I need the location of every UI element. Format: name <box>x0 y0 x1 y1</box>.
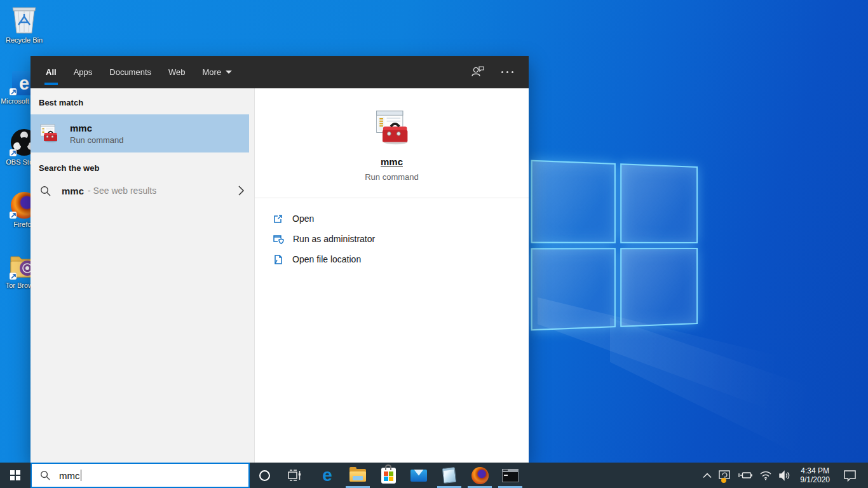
edge-icon: e <box>322 466 332 484</box>
shortcut-arrow-icon <box>10 212 17 219</box>
mmc-icon <box>39 123 59 144</box>
chevron-right-icon <box>237 185 245 196</box>
show-hidden-icons-button[interactable] <box>700 463 715 488</box>
recycle-bin-icon <box>0 3 48 34</box>
search-results-pane: Best match <box>31 88 254 463</box>
taskbar-search-box[interactable]: mmc <box>31 463 250 488</box>
best-match-title: mmc <box>70 123 124 133</box>
shortcut-arrow-icon <box>10 88 17 95</box>
search-input-value: mmc <box>59 470 80 481</box>
action-run-as-administrator[interactable]: Run as administrator <box>273 229 529 249</box>
cortana-button[interactable] <box>250 463 279 488</box>
command-prompt-icon <box>502 469 519 482</box>
taskbar-app-cmd[interactable] <box>495 463 526 488</box>
best-match-section-label: Best match <box>39 98 254 107</box>
wifi-icon <box>759 470 772 480</box>
clock-date: 9/1/2020 <box>800 475 830 484</box>
windows-desktop: Recycle Bin e Microsoft Edge OBS Studio <box>0 0 868 488</box>
taskbar-app-mail[interactable] <box>403 463 434 488</box>
display-status-tray-icon[interactable] <box>715 463 735 488</box>
action-center-icon <box>843 470 857 482</box>
search-filter-bar: All Apps Documents Web More <box>31 56 529 88</box>
start-button[interactable] <box>0 463 31 488</box>
tab-documents[interactable]: Documents <box>109 56 151 88</box>
volume-tray-icon[interactable] <box>775 463 794 488</box>
notification-dot <box>721 478 726 483</box>
text-caret <box>81 470 81 481</box>
search-flyout: All Apps Documents Web More Best match <box>31 56 529 463</box>
taskbar: mmc e <box>0 463 868 488</box>
battery-tray-icon[interactable] <box>735 463 756 488</box>
open-icon <box>273 214 283 224</box>
action-center-button[interactable] <box>836 463 864 488</box>
shortcut-arrow-icon <box>10 149 17 156</box>
user-account-icon[interactable] <box>471 65 485 80</box>
preview-subtitle: Run command <box>365 172 419 182</box>
taskbar-app-edge[interactable]: e <box>312 463 342 488</box>
chevron-up-icon <box>703 473 712 478</box>
taskbar-app-file-explorer[interactable] <box>342 463 373 488</box>
system-tray: 4:34 PM 9/1/2020 <box>700 463 868 488</box>
taskbar-pinned-apps: e <box>312 463 526 488</box>
volume-icon <box>778 470 791 481</box>
cortana-icon <box>259 470 270 481</box>
task-view-button[interactable] <box>279 463 309 488</box>
windows-logo-pane <box>531 160 616 243</box>
taskbar-app-firefox[interactable] <box>465 463 495 488</box>
best-match-result-mmc[interactable]: mmc Run command <box>31 114 249 152</box>
mail-icon <box>410 470 427 482</box>
desktop-icon-label: Recycle Bin <box>0 36 48 44</box>
battery-charging-icon <box>738 470 753 480</box>
search-web-section-label: Search the web <box>39 163 254 173</box>
task-view-icon <box>287 468 302 482</box>
windows-logo-pane <box>620 248 698 327</box>
web-search-hint: - See web results <box>88 186 156 196</box>
notepad-icon <box>442 467 456 484</box>
mmc-icon-large <box>373 109 411 147</box>
search-preview-pane: mmc Run command Open <box>254 88 529 463</box>
chevron-down-icon <box>226 71 232 74</box>
wifi-tray-icon[interactable] <box>756 463 775 488</box>
windows-logo-icon <box>10 470 20 480</box>
windows-logo-pane <box>531 248 616 331</box>
tab-web[interactable]: Web <box>168 56 186 88</box>
more-options-icon[interactable] <box>501 71 513 73</box>
tab-apps[interactable]: Apps <box>74 56 93 88</box>
desktop-icon-recycle-bin[interactable]: Recycle Bin <box>0 3 48 44</box>
web-search-result[interactable]: mmc - See web results <box>31 179 254 202</box>
windows-logo-wallpaper <box>531 160 698 331</box>
microsoft-store-icon <box>381 468 396 484</box>
preview-title[interactable]: mmc <box>381 156 403 167</box>
file-location-icon <box>273 254 283 265</box>
action-open[interactable]: Open <box>273 208 529 229</box>
taskbar-app-store[interactable] <box>373 463 403 488</box>
taskbar-app-notepad[interactable] <box>434 463 465 488</box>
taskbar-clock[interactable]: 4:34 PM 9/1/2020 <box>794 463 836 488</box>
windows-logo-pane <box>620 163 698 243</box>
tab-more[interactable]: More <box>203 56 233 88</box>
clock-time: 4:34 PM <box>800 466 830 475</box>
firefox-icon <box>471 467 489 484</box>
action-open-file-location[interactable]: Open file location <box>273 249 529 269</box>
search-icon <box>40 186 51 196</box>
best-match-subtitle: Run command <box>70 135 124 145</box>
search-icon <box>40 470 50 480</box>
tab-all[interactable]: All <box>46 56 57 88</box>
web-search-query: mmc <box>62 186 84 196</box>
file-explorer-icon <box>349 469 366 482</box>
shortcut-arrow-icon <box>10 273 17 280</box>
admin-shield-icon <box>273 234 284 245</box>
